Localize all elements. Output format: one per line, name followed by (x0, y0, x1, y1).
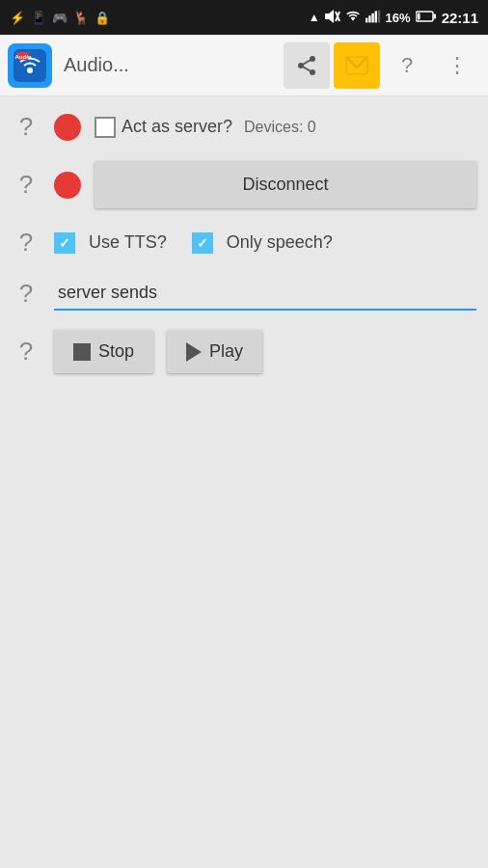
app-logo: Audio (8, 43, 52, 88)
svg-rect-6 (374, 11, 376, 22)
use-tts-label: Use TTS? (89, 232, 167, 253)
time-display: 22:11 (442, 10, 478, 26)
play-icon (186, 342, 202, 362)
svg-rect-10 (417, 13, 420, 19)
status-indicator-2 (54, 172, 81, 199)
stop-icon (73, 343, 91, 361)
stop-label: Stop (98, 341, 134, 362)
play-controls: Stop Play (54, 330, 262, 373)
disconnect-button[interactable]: Disconnect (95, 161, 476, 208)
act-as-server-label: Act as server? (122, 117, 232, 137)
lock-icon: 🔒 (95, 11, 110, 25)
svg-point-12 (27, 68, 33, 73)
battery-text: 16% (386, 11, 411, 25)
server-sends-input[interactable] (54, 277, 476, 311)
usb-icon: ⚡ (10, 11, 25, 25)
share-button[interactable] (284, 42, 330, 89)
help-icon-row3[interactable]: ? (12, 228, 41, 258)
svg-text:Audio: Audio (15, 54, 32, 60)
svg-line-19 (301, 66, 312, 72)
status-bar: ⚡ 📱 🎮 🦌 🔒 ▲ (0, 0, 488, 35)
only-speech-checkmark: ✓ (197, 235, 208, 251)
controls-row: ? Stop Play (12, 330, 476, 373)
bluetooth-icon: ▲ (309, 11, 320, 24)
svg-rect-7 (377, 10, 379, 22)
only-speech-checkbox[interactable]: ✓ (192, 232, 213, 254)
tts-row: ? ✓ Use TTS? ✓ Only speech? (12, 228, 476, 258)
svg-line-18 (301, 59, 312, 66)
stop-button[interactable]: Stop (54, 330, 153, 373)
help-icon-row4[interactable]: ? (12, 279, 41, 309)
more-icon: ⋮ (447, 53, 469, 78)
deer-icon: 🦌 (73, 11, 89, 25)
share-icon (295, 54, 318, 77)
play-label: Play (209, 341, 243, 362)
battery-icon (416, 11, 437, 25)
act-as-server-row: ? Act as server? Devices: 0 (12, 112, 476, 142)
act-as-server-checkbox-wrapper: Act as server? Devices: 0 (95, 117, 316, 138)
signal-icon (366, 10, 381, 26)
mute-icon (325, 10, 340, 26)
svg-rect-9 (433, 14, 436, 18)
app-bar: Audio Audio... ? ⋮ (0, 35, 488, 96)
svg-marker-0 (325, 10, 334, 23)
disconnect-row: ? Disconnect (12, 161, 476, 208)
help-button[interactable]: ? (384, 42, 430, 89)
only-speech-label: Only speech? (227, 232, 333, 253)
status-indicator-1 (54, 114, 81, 141)
sim-icon: 📱 (31, 11, 46, 25)
help-icon-row5[interactable]: ? (12, 337, 41, 366)
help-icon: ? (401, 53, 413, 78)
more-button[interactable]: ⋮ (434, 42, 480, 89)
play-button[interactable]: Play (167, 330, 262, 373)
text-input-row: ? (12, 277, 476, 311)
use-tts-checkbox[interactable]: ✓ (54, 232, 75, 254)
app-title: Audio... (60, 54, 276, 76)
app-bar-actions: ? ⋮ (284, 42, 480, 89)
game-icon: 🎮 (52, 11, 68, 25)
mail-button[interactable] (334, 42, 380, 89)
status-bar-right: ▲ 16% (309, 10, 478, 26)
mail-icon (345, 56, 368, 75)
svg-rect-5 (371, 13, 373, 22)
main-content: ? Act as server? Devices: 0 ? Disconnect… (0, 96, 488, 408)
status-bar-left: ⚡ 📱 🎮 🦌 🔒 (10, 11, 110, 25)
svg-rect-4 (368, 15, 370, 22)
devices-count: Devices: 0 (244, 119, 316, 136)
help-icon-row2[interactable]: ? (12, 170, 41, 200)
svg-rect-3 (366, 17, 367, 22)
act-as-server-checkbox[interactable] (95, 117, 116, 138)
help-icon-row1[interactable]: ? (12, 112, 41, 142)
use-tts-checkmark: ✓ (59, 235, 70, 251)
wifi-icon (345, 10, 361, 26)
